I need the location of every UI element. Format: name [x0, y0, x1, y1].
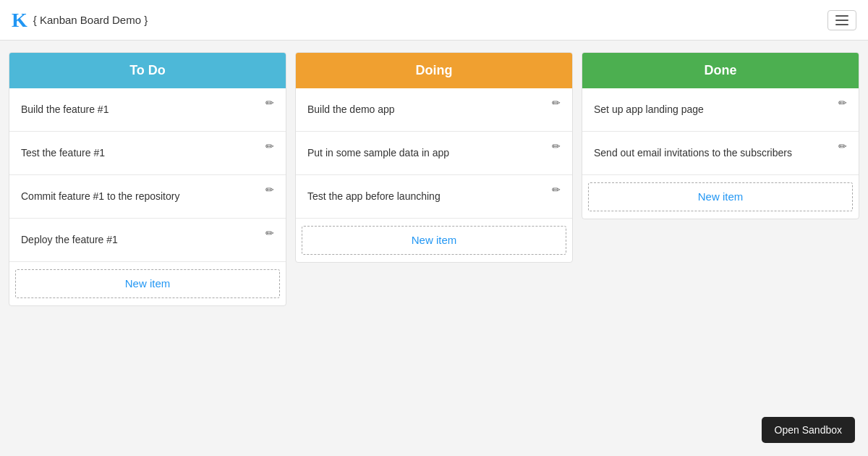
kanban-card: Put in some sample data in app✏ — [296, 132, 572, 175]
kanban-card: Set up app landing page✏ — [582, 88, 859, 132]
kanban-card: Deploy the feature #1✏ — [9, 219, 286, 262]
column-todo: To DoBuild the feature #1✏Test the featu… — [9, 52, 286, 306]
header-left: K { Kanban Board Demo } — [12, 9, 148, 32]
card-edit-button[interactable]: ✏ — [835, 139, 850, 153]
kanban-card: Commit feature #1 to the repository✏ — [9, 175, 286, 219]
column-doing: DoingBuild the demo app✏Put in some samp… — [295, 52, 573, 263]
card-edit-button[interactable]: ✏ — [263, 139, 277, 153]
card-text: Put in some sample data in app — [307, 146, 449, 161]
hamburger-line-2 — [835, 20, 848, 21]
card-text: Deploy the feature #1 — [21, 233, 118, 248]
card-edit-button[interactable]: ✏ — [835, 96, 850, 110]
new-item-link[interactable]: New item — [698, 190, 744, 203]
card-edit-button[interactable]: ✏ — [549, 96, 563, 110]
kanban-board: To DoBuild the feature #1✏Test the featu… — [0, 41, 868, 318]
column-header-todo: To Do — [9, 53, 286, 88]
new-item-row-doing[interactable]: New item — [302, 226, 566, 255]
hamburger-menu-button[interactable] — [827, 10, 856, 30]
kanban-card: Test the feature #1✏ — [9, 132, 286, 175]
card-edit-button[interactable]: ✏ — [549, 139, 563, 153]
card-text: Test the app before launching — [307, 190, 441, 204]
app-header: K { Kanban Board Demo } — [0, 0, 868, 41]
new-item-link[interactable]: New item — [412, 234, 457, 246]
card-text: Commit feature #1 to the repository — [21, 190, 179, 204]
open-sandbox-button[interactable]: Open Sandbox — [762, 417, 855, 443]
new-item-link[interactable]: New item — [125, 277, 171, 290]
app-title: { Kanban Board Demo } — [33, 14, 148, 26]
card-text: Test the feature #1 — [21, 146, 105, 161]
card-edit-button[interactable]: ✏ — [263, 96, 277, 110]
new-item-row-done[interactable]: New item — [588, 182, 853, 211]
card-text: Set up app landing page — [594, 103, 704, 117]
new-item-row-todo[interactable]: New item — [15, 269, 280, 298]
hamburger-line-1 — [835, 15, 848, 17]
card-text: Build the feature #1 — [21, 103, 109, 117]
card-edit-button[interactable]: ✏ — [263, 226, 277, 240]
kanban-card: Send out email invitations to the subscr… — [582, 132, 859, 175]
column-header-done: Done — [582, 53, 859, 88]
hamburger-line-3 — [835, 24, 848, 25]
card-edit-button[interactable]: ✏ — [549, 182, 563, 197]
app-logo: K — [12, 9, 27, 32]
column-header-doing: Doing — [296, 53, 572, 88]
kanban-card: Build the feature #1✏ — [9, 88, 286, 132]
card-edit-button[interactable]: ✏ — [263, 182, 277, 197]
kanban-card: Build the demo app✏ — [296, 88, 572, 132]
column-done: DoneSet up app landing page✏Send out ema… — [582, 52, 859, 219]
kanban-card: Test the app before launching✏ — [296, 175, 572, 219]
card-text: Build the demo app — [307, 103, 395, 117]
card-text: Send out email invitations to the subscr… — [594, 146, 792, 161]
